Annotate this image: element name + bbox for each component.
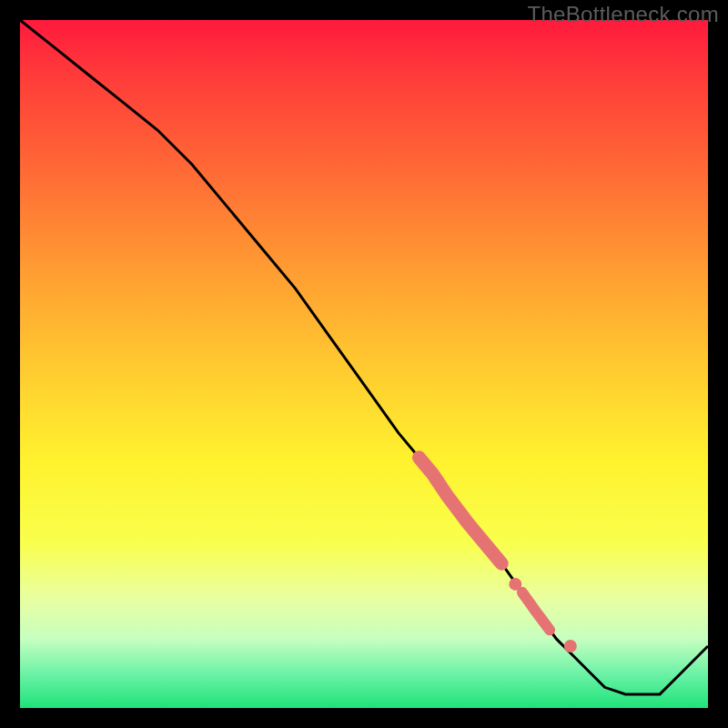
marker-dot	[564, 640, 577, 652]
bottleneck-curve	[20, 20, 708, 694]
curve-markers	[419, 458, 576, 652]
watermark-text: TheBottleneck.com	[527, 2, 719, 27]
chart-overlay	[20, 20, 708, 708]
stage: TheBottleneck.com	[0, 0, 728, 728]
marker-segment	[419, 458, 501, 563]
marker-segment	[522, 592, 550, 630]
